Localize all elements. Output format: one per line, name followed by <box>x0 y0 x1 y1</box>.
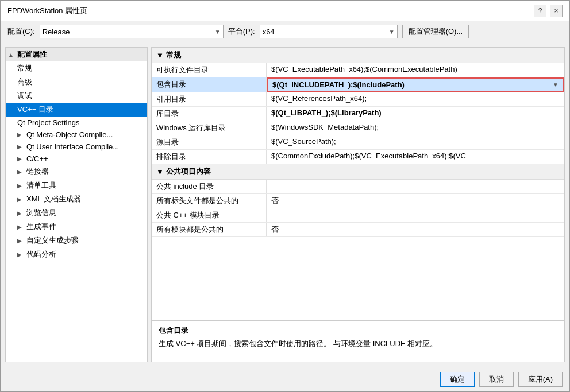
title-bar-controls: ? × <box>534 5 563 17</box>
sidebar-item-linker[interactable]: ▶ 链接器 <box>6 165 147 178</box>
cpp-arrow-icon: ▶ <box>17 156 24 162</box>
qt-meta-arrow-icon: ▶ <box>17 131 24 138</box>
sidebar-item-manifest[interactable]: ▶ 清单工具 <box>6 178 147 192</box>
properties-table: ▼ 常规 可执行文件目录 $(VC_ExecutablePath_x64);$(… <box>152 48 564 320</box>
prop-ref-dir-name: 引用目录 <box>152 92 267 106</box>
code-analysis-arrow-icon: ▶ <box>17 251 24 258</box>
prop-winrt-dir-name: Windows 运行库目录 <box>152 121 267 135</box>
sidebar-item-qt-project[interactable]: Qt Project Settings <box>6 117 147 129</box>
config-dropdown-arrow: ▼ <box>215 29 221 35</box>
section1-label: 常规 <box>166 50 181 60</box>
sidebar-item-qt-ui[interactable]: ▶ Qt User Interface Compile... <box>6 141 147 153</box>
help-button[interactable]: ? <box>534 5 546 17</box>
root-arrow-icon: ▲ <box>8 52 15 58</box>
section2-header: ▼ 公共项目内容 <box>152 164 564 180</box>
prop-ref-dir-value: $(VC_ReferencesPath_x64); <box>267 92 564 106</box>
sidebar-item-xml[interactable]: ▶ XML 文档生成器 <box>6 192 147 206</box>
prop-all-modules-value: 否 <box>267 223 564 236</box>
qt-ui-arrow-icon: ▶ <box>17 143 24 150</box>
browse-arrow-icon: ▶ <box>17 210 24 216</box>
config-select[interactable]: Release ▼ <box>40 25 224 38</box>
prop-exec-dir-name: 可执行文件目录 <box>152 63 267 77</box>
close-button[interactable]: × <box>550 5 563 17</box>
prop-public-cpp-value <box>267 208 564 222</box>
sidebar-item-general[interactable]: 常规 <box>6 61 147 75</box>
prop-include-dir-name: 包含目录 <box>152 77 267 92</box>
sidebar-item-qt-meta[interactable]: ▶ Qt Meta-Object Compile... <box>6 129 147 141</box>
prop-exclude-dir-name: 排除目录 <box>152 150 267 164</box>
description-panel: 包含目录 生成 VC++ 项目期间，搜索包含文件时使用的路径。 与环境变量 IN… <box>152 320 564 362</box>
linker-arrow-icon: ▶ <box>17 169 24 175</box>
description-title: 包含目录 <box>159 325 557 336</box>
left-panel: ▲ 配置属性 常规 高级 调试 VC++ 目录 Qt Project Setti… <box>5 47 148 362</box>
prop-exclude-dir[interactable]: 排除目录 $(CommonExcludePath);$(VC_Executabl… <box>152 150 564 164</box>
tree-root[interactable]: ▲ 配置属性 <box>6 48 147 61</box>
prop-public-cpp-name: 公共 C++ 模块目录 <box>152 208 267 222</box>
platform-dropdown-arrow: ▼ <box>389 29 395 35</box>
section1-header: ▼ 常规 <box>152 48 564 63</box>
cancel-button[interactable]: 取消 <box>479 372 514 387</box>
custom-build-arrow-icon: ▶ <box>17 238 24 244</box>
prop-winrt-dir[interactable]: Windows 运行库目录 $(WindowsSDK_MetadataPath)… <box>152 121 564 135</box>
prop-exclude-dir-value: $(CommonExcludePath);$(VC_ExecutablePath… <box>267 150 564 164</box>
include-dir-dropdown-icon[interactable]: ▼ <box>553 81 559 88</box>
prop-exec-dir[interactable]: 可执行文件目录 $(VC_ExecutablePath_x64);$(Commo… <box>152 63 564 77</box>
main-content: ▲ 配置属性 常规 高级 调试 VC++ 目录 Qt Project Setti… <box>1 42 569 367</box>
prop-ref-dir[interactable]: 引用目录 $(VC_ReferencesPath_x64); <box>152 92 564 107</box>
prop-source-dir-name: 源目录 <box>152 135 267 149</box>
manifest-arrow-icon: ▶ <box>17 183 24 189</box>
apply-button[interactable]: 应用(A) <box>518 372 563 387</box>
properties-dialog: FPDWorkStation 属性页 ? × 配置(C): Release ▼ … <box>0 0 570 392</box>
sidebar-item-cpp[interactable]: ▶ C/C++ <box>6 153 147 165</box>
prop-exec-dir-value: $(VC_ExecutablePath_x64);$(CommonExecuta… <box>267 63 564 77</box>
platform-label: 平台(P): <box>228 26 255 37</box>
prop-public-include[interactable]: 公共 include 目录 <box>152 180 564 194</box>
platform-select[interactable]: x64 ▼ <box>260 25 398 38</box>
prop-all-headers-value: 否 <box>267 194 564 208</box>
platform-value: x64 <box>263 28 275 36</box>
prop-public-cpp[interactable]: 公共 C++ 模块目录 <box>152 208 564 223</box>
sidebar-item-advanced[interactable]: 高级 <box>6 75 147 89</box>
section1-collapse-icon[interactable]: ▼ <box>156 51 164 60</box>
prop-include-dir[interactable]: 包含目录 $(Qt_INCLUDEPATH_);$(IncludePath) ▼ <box>152 77 564 92</box>
bottom-bar: 确定 取消 应用(A) <box>1 367 569 391</box>
prop-all-headers-name: 所有标头文件都是公共的 <box>152 194 267 208</box>
sidebar-item-build-events[interactable]: ▶ 生成事件 <box>6 220 147 234</box>
xml-arrow-icon: ▶ <box>17 196 24 203</box>
description-text: 生成 VC++ 项目期间，搜索包含文件时使用的路径。 与环境变量 INCLUDE… <box>159 338 557 350</box>
prop-lib-dir-value: $(Qt_LIBPATH_);$(LibraryPath) <box>267 107 564 121</box>
prop-all-headers[interactable]: 所有标头文件都是公共的 否 <box>152 194 564 208</box>
sidebar-item-custom-build[interactable]: ▶ 自定义生成步骤 <box>6 234 147 247</box>
title-bar: FPDWorkStation 属性页 ? × <box>1 1 569 21</box>
config-value: Release <box>43 28 70 36</box>
prop-lib-dir[interactable]: 库目录 $(Qt_LIBPATH_);$(LibraryPath) <box>152 107 564 121</box>
right-panel: ▼ 常规 可执行文件目录 $(VC_ExecutablePath_x64);$(… <box>151 47 565 362</box>
sidebar-item-code-analysis[interactable]: ▶ 代码分析 <box>6 247 147 261</box>
config-manager-button[interactable]: 配置管理器(O)... <box>402 25 469 38</box>
config-label: 配置(C): <box>7 26 35 37</box>
build-events-arrow-icon: ▶ <box>17 224 24 230</box>
prop-source-dir[interactable]: 源目录 $(VC_SourcePath); <box>152 135 564 150</box>
prop-source-dir-value: $(VC_SourcePath); <box>267 135 564 149</box>
config-row: 配置(C): Release ▼ 平台(P): x64 ▼ 配置管理器(O)..… <box>1 21 569 42</box>
sidebar-item-debug[interactable]: 调试 <box>6 89 147 103</box>
ok-button[interactable]: 确定 <box>440 372 475 387</box>
prop-winrt-dir-value: $(WindowsSDK_MetadataPath); <box>267 121 564 135</box>
prop-all-modules[interactable]: 所有模块都是公共的 否 <box>152 223 564 237</box>
prop-public-include-value <box>267 180 564 193</box>
section2-collapse-icon[interactable]: ▼ <box>156 168 164 176</box>
prop-all-modules-name: 所有模块都是公共的 <box>152 223 267 236</box>
prop-lib-dir-name: 库目录 <box>152 107 267 121</box>
root-label: 配置属性 <box>17 49 47 60</box>
dialog-title: FPDWorkStation 属性页 <box>7 6 87 16</box>
sidebar-item-vcpp[interactable]: VC++ 目录 <box>6 103 147 117</box>
section2-label: 公共项目内容 <box>166 166 211 177</box>
sidebar-item-browse[interactable]: ▶ 浏览信息 <box>6 206 147 220</box>
prop-include-dir-value[interactable]: $(Qt_INCLUDEPATH_);$(IncludePath) ▼ <box>267 77 564 92</box>
prop-public-include-name: 公共 include 目录 <box>152 180 267 193</box>
